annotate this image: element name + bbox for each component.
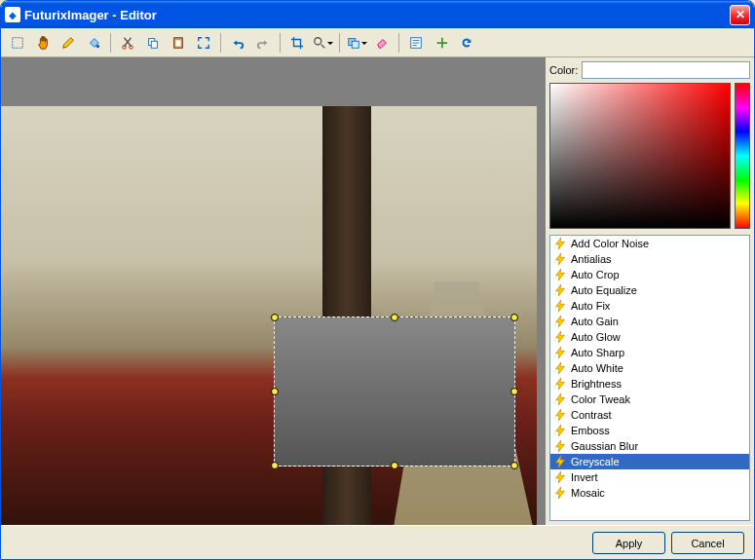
canvas-area[interactable] <box>1 57 546 525</box>
app-icon: ◆ <box>5 7 20 22</box>
bolt-icon <box>553 439 567 453</box>
selection-handle[interactable] <box>271 462 279 469</box>
filter-item[interactable]: Color Tweak <box>550 392 749 407</box>
filter-label: Brightness <box>571 378 622 390</box>
filter-label: Color Tweak <box>571 393 630 405</box>
copy-icon[interactable] <box>142 32 164 54</box>
apply-button[interactable]: Apply <box>592 532 665 554</box>
filter-item[interactable]: Add Color Noise <box>550 236 749 251</box>
pencil-tool-icon[interactable] <box>57 32 79 54</box>
svg-rect-5 <box>151 41 157 48</box>
hue-slider[interactable] <box>735 83 750 229</box>
close-button[interactable]: ✕ <box>730 5 750 25</box>
svg-rect-7 <box>175 40 180 46</box>
filter-label: Greyscale <box>571 456 620 467</box>
filter-label: Auto Equalize <box>571 284 637 296</box>
toolbar-separator <box>280 33 281 53</box>
color-row: Color: <box>549 61 750 79</box>
cancel-button[interactable]: Cancel <box>671 532 744 554</box>
selection-handle[interactable] <box>510 314 518 321</box>
filter-label: Add Color Noise <box>571 238 649 249</box>
filter-label: Contrast <box>571 409 612 421</box>
eraser-icon[interactable] <box>371 32 393 54</box>
filter-item[interactable]: Emboss <box>550 423 749 438</box>
filter-label: Auto Fix <box>571 300 610 312</box>
filter-label: Auto Glow <box>571 331 621 343</box>
bolt-icon <box>553 299 567 313</box>
filter-item[interactable]: Greyscale <box>550 454 749 469</box>
layers-dropdown-icon[interactable] <box>346 32 367 54</box>
window-title: FuturixImager - Editor <box>24 8 730 22</box>
filter-label: Mosaic <box>571 487 605 499</box>
filter-item[interactable]: Invert <box>550 469 749 485</box>
selection-handle[interactable] <box>391 314 398 321</box>
selection-handle[interactable] <box>391 462 398 469</box>
bolt-icon <box>553 252 567 266</box>
hand-tool-icon[interactable] <box>32 32 54 54</box>
add-icon[interactable] <box>431 32 452 54</box>
toolbar <box>1 28 754 57</box>
selection-rectangle[interactable] <box>274 317 515 467</box>
bucket-tool-icon[interactable] <box>83 32 104 54</box>
bolt-icon <box>553 346 567 359</box>
bolt-icon <box>553 392 567 406</box>
filter-item[interactable]: Auto Fix <box>550 298 749 314</box>
properties-icon[interactable] <box>405 32 427 54</box>
filter-item[interactable]: Brightness <box>550 376 749 392</box>
filter-label: Invert <box>571 471 598 483</box>
color-picker <box>549 83 750 229</box>
filter-item[interactable]: Contrast <box>550 407 749 423</box>
bolt-icon <box>553 315 567 328</box>
bolt-icon <box>553 330 567 344</box>
selection-tool-icon[interactable] <box>7 32 28 54</box>
filter-item[interactable]: Auto Equalize <box>550 282 749 298</box>
bolt-icon <box>553 361 567 375</box>
bolt-icon <box>553 237 567 250</box>
toolbar-separator <box>110 33 111 53</box>
bolt-icon <box>553 424 567 437</box>
toolbar-separator <box>220 33 221 53</box>
redo-icon[interactable] <box>252 32 274 54</box>
bolt-icon <box>553 283 567 297</box>
filter-item[interactable]: Gaussian Blur <box>550 438 749 454</box>
filter-item[interactable]: Auto Gain <box>550 314 749 329</box>
undo-icon[interactable] <box>227 32 248 54</box>
filter-item[interactable]: Mosaic <box>550 485 749 501</box>
filter-item[interactable]: Antialias <box>550 251 749 267</box>
bolt-icon <box>553 408 567 422</box>
selection-handle[interactable] <box>510 388 518 395</box>
refresh-icon[interactable] <box>456 32 477 54</box>
selection-handle[interactable] <box>271 388 279 395</box>
bolt-icon <box>553 377 567 391</box>
content-area: Color: Add Color NoiseAntialiasAuto Crop… <box>1 57 754 525</box>
svg-rect-0 <box>13 37 23 48</box>
cut-icon[interactable] <box>117 32 138 54</box>
titlebar: ◆ FuturixImager - Editor ✕ <box>1 1 754 28</box>
right-panel: Color: Add Color NoiseAntialiasAuto Crop… <box>546 57 754 525</box>
svg-point-8 <box>314 37 321 44</box>
filter-label: Emboss <box>571 425 610 436</box>
saturation-value-picker[interactable] <box>549 83 731 229</box>
toolbar-separator <box>339 33 340 53</box>
filter-list[interactable]: Add Color NoiseAntialiasAuto CropAuto Eq… <box>549 235 750 521</box>
selection-handle[interactable] <box>510 462 518 469</box>
filter-item[interactable]: Auto Crop <box>550 267 749 282</box>
paste-icon[interactable] <box>168 32 189 54</box>
filter-item[interactable]: Auto Sharp <box>550 345 749 360</box>
fit-icon[interactable] <box>193 32 214 54</box>
zoom-dropdown-icon[interactable] <box>312 32 333 54</box>
filter-label: Auto Crop <box>571 269 620 280</box>
bolt-icon <box>553 268 567 281</box>
color-swatch[interactable] <box>582 61 750 79</box>
svg-rect-10 <box>352 41 359 48</box>
filter-item[interactable]: Auto Glow <box>550 329 749 345</box>
crop-icon[interactable] <box>286 32 308 54</box>
filter-label: Auto Gain <box>571 316 619 327</box>
footer: Apply Cancel <box>1 525 754 560</box>
svg-point-1 <box>96 44 100 48</box>
filter-label: Antialias <box>571 253 612 265</box>
bolt-icon <box>553 486 567 500</box>
filter-item[interactable]: Auto White <box>550 360 749 376</box>
toolbar-separator <box>398 33 399 53</box>
selection-handle[interactable] <box>271 314 279 321</box>
